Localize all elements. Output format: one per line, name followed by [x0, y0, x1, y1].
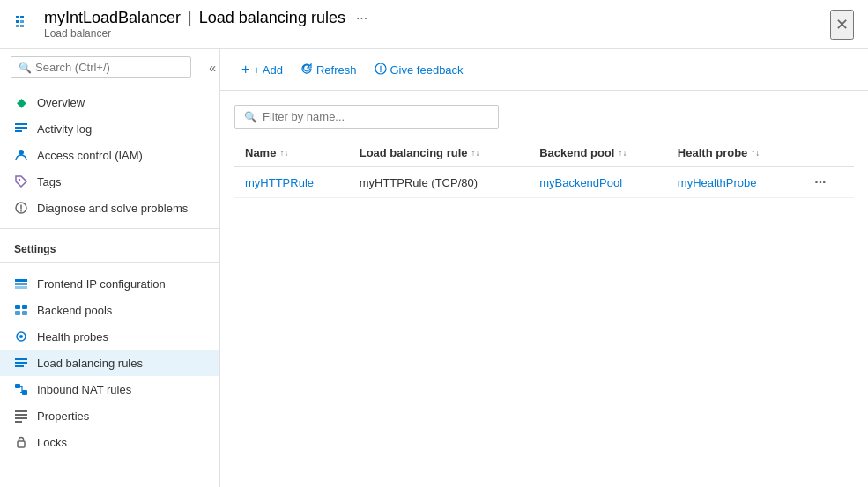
sidebar-item-diagnose[interactable]: Diagnose and solve problems [0, 195, 219, 221]
resource-name: myIntLoadBalancer [44, 9, 181, 27]
title-bar-main: myIntLoadBalancer | Load balancing rules… [44, 9, 371, 40]
svg-rect-6 [15, 123, 27, 125]
lb-rules-icon [14, 356, 28, 370]
health-probe-link[interactable]: myHealthProbe [678, 176, 757, 189]
sidebar: 🔍 « ◆ Overview Activity log Access contr… [0, 49, 220, 487]
name-sort[interactable]: Name ↑↓ [245, 146, 288, 159]
search-icon: 🔍 [19, 62, 32, 74]
sidebar-item-activity-log[interactable]: Activity log [0, 115, 219, 142]
sort-icon: ↑↓ [751, 148, 760, 158]
sidebar-item-label: Properties [37, 410, 89, 423]
cell-name: myHTTPRule [234, 167, 349, 198]
data-table: Name ↑↓ Load balancing rule ↑↓ [234, 139, 854, 198]
sort-icon: ↑↓ [471, 148, 480, 158]
filter-icon: 🔍 [244, 111, 257, 123]
title-bar: myIntLoadBalancer | Load balancing rules… [0, 0, 868, 49]
tags-icon [14, 174, 28, 188]
filter-box[interactable]: 🔍 [234, 105, 499, 129]
refresh-label: Refresh [316, 63, 357, 77]
add-icon: + [241, 62, 249, 77]
sidebar-item-label: Inbound NAT rules [37, 383, 131, 396]
col-header-backend-pool: Backend pool ↑↓ [529, 139, 667, 167]
svg-rect-23 [15, 365, 24, 367]
main-nav: ◆ Overview Activity log Access control (… [0, 85, 219, 225]
svg-rect-26 [15, 410, 27, 412]
sidebar-item-label: Load balancing rules [37, 357, 143, 370]
filter-input[interactable] [263, 110, 489, 123]
backend-pool-sort[interactable]: Backend pool ↑↓ [539, 146, 627, 159]
svg-rect-1 [16, 20, 19, 23]
toolbar: + + Add Refresh Give feedback [220, 49, 868, 91]
feedback-icon [375, 63, 387, 77]
row-actions-button[interactable]: ··· [809, 173, 831, 191]
col-header-lb-rule: Load balancing rule ↑↓ [349, 139, 529, 167]
health-probe-sort[interactable]: Health probe ↑↓ [678, 146, 760, 159]
svg-point-9 [19, 150, 24, 155]
search-box[interactable]: 🔍 [11, 56, 191, 78]
svg-rect-7 [15, 127, 27, 129]
sidebar-item-locks[interactable]: Locks [0, 429, 219, 455]
ellipsis-button[interactable]: ··· [352, 11, 371, 26]
sidebar-item-properties[interactable]: Properties [0, 402, 219, 429]
svg-rect-16 [22, 305, 27, 309]
sidebar-item-backend-pools[interactable]: Backend pools [0, 297, 219, 323]
sidebar-item-label: Tags [37, 175, 61, 188]
rule-name-link[interactable]: myHTTPRule [245, 176, 314, 189]
sort-icon: ↑↓ [618, 148, 627, 158]
page-name: Load balancing rules [199, 9, 345, 27]
svg-rect-28 [15, 417, 27, 419]
table-row: myHTTPRule myHTTPRule (TCP/80) myBackend… [234, 167, 854, 198]
health-probes-icon [14, 329, 28, 343]
close-button[interactable]: ✕ [830, 10, 854, 40]
feedback-button[interactable]: Give feedback [367, 59, 471, 81]
content-area: + + Add Refresh Give feedback 🔍 [220, 49, 868, 487]
svg-rect-24 [15, 384, 20, 388]
svg-rect-3 [20, 16, 24, 18]
svg-rect-27 [15, 414, 27, 416]
iam-icon [14, 148, 28, 162]
sidebar-item-label: Activity log [37, 122, 92, 136]
svg-rect-18 [22, 311, 27, 315]
svg-rect-17 [15, 311, 20, 315]
svg-rect-0 [16, 16, 19, 18]
resource-type: Load balancer [44, 27, 371, 40]
feedback-label: Give feedback [390, 63, 464, 77]
refresh-button[interactable]: Refresh [293, 59, 364, 81]
svg-rect-30 [18, 441, 25, 447]
svg-rect-14 [15, 286, 27, 289]
sidebar-item-lb-rules[interactable]: Load balancing rules [0, 350, 219, 376]
add-label: + Add [253, 63, 283, 77]
collapse-sidebar-button[interactable]: « [205, 57, 219, 78]
table-container: 🔍 Name ↑↓ Load balancin [220, 91, 868, 487]
sidebar-item-nat-rules[interactable]: Inbound NAT rules [0, 376, 219, 402]
sidebar-item-iam[interactable]: Access control (IAM) [0, 142, 219, 168]
sidebar-item-label: Health probes [37, 330, 108, 343]
sidebar-item-label: Access control (IAM) [37, 149, 143, 162]
svg-point-10 [19, 179, 20, 181]
properties-icon [14, 409, 28, 423]
frontend-ip-icon [14, 277, 28, 291]
sidebar-item-frontend-ip[interactable]: Frontend IP configuration [0, 270, 219, 297]
lb-rule-sort[interactable]: Load balancing rule ↑↓ [360, 146, 480, 159]
page-title: myIntLoadBalancer | Load balancing rules… [44, 9, 371, 27]
search-input[interactable] [35, 61, 183, 74]
col-header-actions [798, 139, 854, 167]
svg-rect-13 [15, 283, 27, 285]
col-header-health-probe: Health probe ↑↓ [667, 139, 798, 167]
svg-rect-5 [20, 25, 24, 27]
sidebar-item-tags[interactable]: Tags [0, 168, 219, 195]
add-button[interactable]: + + Add [234, 58, 290, 81]
sidebar-item-health-probes[interactable]: Health probes [0, 323, 219, 350]
sidebar-item-label: Diagnose and solve problems [37, 202, 188, 215]
table-header: Name ↑↓ Load balancing rule ↑↓ [234, 139, 854, 167]
sidebar-item-overview[interactable]: ◆ Overview [0, 89, 219, 115]
refresh-icon [300, 63, 313, 77]
svg-rect-25 [22, 390, 27, 395]
svg-rect-21 [15, 358, 27, 360]
sidebar-item-label: Overview [37, 96, 85, 109]
backend-pool-link[interactable]: myBackendPool [539, 176, 622, 189]
sidebar-item-label: Backend pools [37, 304, 112, 317]
cell-row-actions: ··· [798, 167, 854, 198]
col-header-name: Name ↑↓ [234, 139, 349, 167]
svg-rect-2 [16, 25, 19, 27]
